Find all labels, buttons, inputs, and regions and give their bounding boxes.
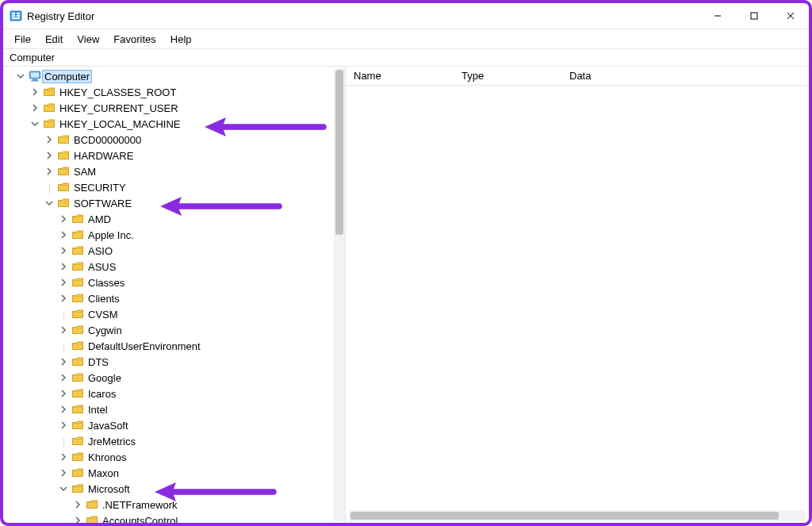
chevron-right-icon[interactable]	[57, 292, 70, 305]
chevron-right-icon[interactable]	[43, 165, 56, 178]
close-button[interactable]	[772, 3, 809, 29]
chevron-down-icon[interactable]	[43, 197, 56, 209]
chevron-right-icon[interactable]	[57, 324, 70, 336]
tree-item[interactable]: ASIO	[3, 243, 345, 259]
tree-item[interactable]: DTS	[3, 354, 345, 370]
chevron-right-icon[interactable]	[29, 86, 41, 98]
chevron-down-icon[interactable]	[57, 482, 70, 495]
folder-icon	[71, 292, 84, 305]
tree-scrollbar[interactable]	[334, 68, 345, 521]
tree-item[interactable]: Google	[3, 370, 345, 386]
tree-item[interactable]: HARDWARE	[3, 148, 345, 163]
tree-item[interactable]: CVSM	[3, 306, 345, 322]
chevron-right-icon[interactable]	[57, 371, 70, 384]
tree-item[interactable]: .NETFramework	[3, 497, 345, 513]
folder-icon	[57, 149, 70, 162]
column-data[interactable]: Data	[561, 67, 809, 85]
menu-favorites[interactable]: Favorites	[107, 32, 162, 47]
tree-item[interactable]: Khronos	[3, 449, 345, 465]
tree-item[interactable]: AMD	[3, 211, 345, 227]
chevron-down-icon[interactable]	[14, 70, 27, 83]
tree-item[interactable]: DefaultUserEnvironment	[3, 338, 345, 354]
tree-item[interactable]: Computer	[3, 68, 345, 84]
registry-tree[interactable]: ComputerHKEY_CLASSES_ROOTHKEY_CURRENT_US…	[3, 67, 345, 523]
chevron-right-icon[interactable]	[57, 276, 70, 289]
chevron-right-icon[interactable]	[57, 466, 70, 479]
folder-icon	[57, 165, 70, 178]
tree-item[interactable]: ASUS	[3, 259, 345, 275]
tree-item[interactable]: Cygwin	[3, 322, 345, 338]
tree-item[interactable]: Intel	[3, 401, 345, 417]
tree-item-label: Microsoft	[87, 483, 131, 495]
folder-icon	[57, 133, 70, 146]
tree-item[interactable]: AccountsControl	[3, 513, 345, 523]
column-type[interactable]: Type	[454, 67, 561, 85]
chevron-down-icon[interactable]	[29, 117, 41, 130]
menu-help[interactable]: Help	[164, 32, 198, 47]
chevron-right-icon[interactable]	[57, 213, 70, 225]
chevron-right-icon[interactable]	[29, 102, 41, 114]
maximize-button[interactable]	[736, 3, 772, 29]
tree-pane: ComputerHKEY_CLASSES_ROOTHKEY_CURRENT_US…	[3, 67, 346, 523]
folder-icon	[71, 324, 84, 336]
tree-item-label: DTS	[87, 356, 109, 368]
minimize-button[interactable]	[699, 3, 736, 29]
tree-item[interactable]: JavaSoft	[3, 417, 345, 433]
chevron-right-icon[interactable]	[71, 498, 84, 511]
menu-file[interactable]: File	[8, 32, 37, 47]
chevron-right-icon[interactable]	[57, 403, 70, 416]
tree-item[interactable]: Microsoft	[3, 481, 345, 497]
folder-icon	[71, 451, 84, 463]
title-bar: Registry Editor	[3, 3, 809, 29]
folder-icon	[71, 466, 84, 479]
folder-icon	[86, 498, 98, 511]
tree-item[interactable]: SAM	[3, 163, 345, 179]
list-hscrollbar[interactable]	[349, 510, 806, 521]
tree-item-label: HKEY_LOCAL_MACHINE	[59, 118, 181, 130]
menu-edit[interactable]: Edit	[39, 32, 69, 47]
tree-item[interactable]: SOFTWARE	[3, 195, 345, 211]
tree-item[interactable]: HKEY_LOCAL_MACHINE	[3, 116, 345, 132]
tree-item[interactable]: HKEY_CLASSES_ROOT	[3, 84, 345, 100]
chevron-right-icon[interactable]	[43, 133, 56, 146]
tree-item[interactable]: SECURITY	[3, 179, 345, 195]
column-name[interactable]: Name	[346, 67, 454, 85]
folder-icon	[71, 371, 84, 384]
menu-view[interactable]: View	[71, 32, 105, 47]
tree-item-label: .NETFramework	[102, 499, 178, 511]
scrollbar-thumb[interactable]	[335, 70, 343, 235]
chevron-right-icon[interactable]	[57, 419, 70, 432]
folder-icon	[71, 435, 84, 447]
tree-item[interactable]: Clients	[3, 290, 345, 306]
tree-item[interactable]: HKEY_CURRENT_USER	[3, 100, 345, 116]
chevron-right-icon[interactable]	[57, 387, 70, 400]
tree-item-label: Apple Inc.	[87, 229, 135, 241]
tree-item-label: JreMetrics	[87, 436, 136, 447]
tree-item[interactable]: JreMetrics	[3, 433, 345, 449]
chevron-right-icon[interactable]	[57, 260, 70, 273]
tree-item[interactable]: Icaros	[3, 386, 345, 401]
chevron-right-icon[interactable]	[57, 355, 70, 368]
folder-icon	[71, 387, 84, 400]
chevron-right-icon[interactable]	[43, 149, 56, 162]
chevron-right-icon[interactable]	[57, 228, 70, 241]
scrollbar-thumb[interactable]	[350, 512, 779, 520]
folder-icon	[71, 403, 84, 416]
chevron-right-icon[interactable]	[57, 244, 70, 257]
tree-item[interactable]: Classes	[3, 275, 345, 290]
folder-icon	[71, 340, 84, 352]
tree-item-label: JavaSoft	[87, 420, 129, 432]
tree-item-label: Icaros	[87, 388, 117, 400]
folder-icon	[71, 308, 84, 321]
tree-item-label: BCD00000000	[73, 134, 142, 146]
folder-icon	[57, 197, 70, 209]
address-bar[interactable]: Computer	[3, 49, 809, 67]
chevron-right-icon[interactable]	[57, 451, 70, 463]
tree-item-label: CVSM	[87, 309, 119, 321]
tree-item-label: AMD	[87, 213, 112, 225]
chevron-right-icon[interactable]	[71, 514, 84, 523]
address-text: Computer	[10, 52, 55, 63]
tree-item[interactable]: Maxon	[3, 465, 345, 481]
tree-item[interactable]: Apple Inc.	[3, 227, 345, 243]
tree-item[interactable]: BCD00000000	[3, 132, 345, 148]
